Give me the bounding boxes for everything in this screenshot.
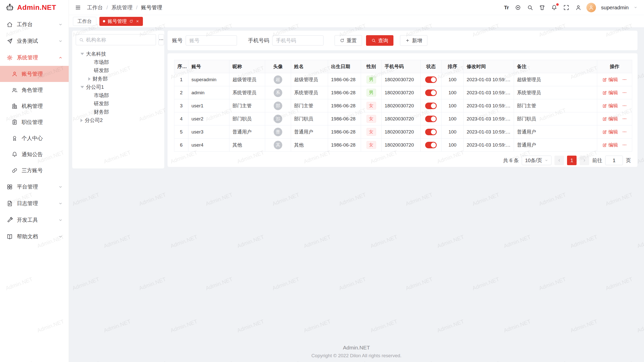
close-icon[interactable] xyxy=(136,19,139,23)
status-toggle[interactable] xyxy=(425,129,437,135)
prev-page-button[interactable] xyxy=(554,156,564,165)
breadcrumb-item[interactable]: 账号管理 xyxy=(141,4,162,11)
sidebar-item-business-test[interactable]: 业务测试 xyxy=(0,33,69,49)
goto-page-input[interactable] xyxy=(605,156,623,165)
row-more-button[interactable] xyxy=(622,129,627,134)
edit-button[interactable]: 编辑 xyxy=(602,76,618,83)
search-button[interactable]: 查询 xyxy=(366,35,393,46)
tab-active[interactable]: 账号管理 xyxy=(99,17,143,26)
page-1-button[interactable]: 1 xyxy=(567,156,577,165)
edit-button[interactable]: 编辑 xyxy=(602,103,618,109)
table-row: 2admin系统管理员系系统管理员1986-06-28男180200307201… xyxy=(174,86,632,99)
menu-label: 三方账号 xyxy=(22,167,43,174)
tree-node-label: 市场部 xyxy=(94,59,109,66)
sidebar-item-position[interactable]: 职位管理 xyxy=(0,114,69,130)
status-toggle[interactable] xyxy=(425,76,437,83)
breadcrumb-item[interactable]: 系统管理 xyxy=(111,4,133,11)
refresh-icon[interactable] xyxy=(129,19,133,23)
edit-button[interactable]: 编辑 xyxy=(602,116,618,122)
sidebar-item-logs[interactable]: 日志管理 xyxy=(0,195,69,212)
cell-nickname: 部门职员 xyxy=(229,112,265,125)
total-count: 共 6 条 xyxy=(503,157,519,164)
status-toggle[interactable] xyxy=(425,103,437,109)
book-icon xyxy=(7,234,13,240)
gender-tag: 男 xyxy=(367,76,376,83)
search-icon[interactable] xyxy=(527,5,533,11)
tree-node[interactable]: 研发部 xyxy=(76,100,161,108)
row-avatar: 其 xyxy=(274,141,282,149)
edit-button[interactable]: 编辑 xyxy=(602,89,618,96)
status-toggle[interactable] xyxy=(425,89,437,96)
sidebar-menu: 工作台业务测试系统管理账号管理角色管理机构管理职位管理个人中心通知公告三方账号平… xyxy=(0,15,69,245)
account-input[interactable] xyxy=(186,35,237,46)
tab-label: 账号管理 xyxy=(108,18,127,25)
tree-caret-down-icon[interactable] xyxy=(80,53,84,55)
edit-button[interactable]: 编辑 xyxy=(602,142,618,148)
table-row: 6user4其他其其他1986-06-28女180200307201002023… xyxy=(174,139,632,152)
tree-node[interactable]: 研发部 xyxy=(76,66,161,75)
tree-node[interactable]: 财务部 xyxy=(76,75,161,83)
sidebar-item-platform[interactable]: 平台管理 xyxy=(0,178,69,195)
search-icon xyxy=(79,37,84,42)
cell-account: user1 xyxy=(188,99,229,112)
menu-collapse-icon[interactable] xyxy=(75,5,81,11)
tab-inactive[interactable]: 工作台 xyxy=(73,17,96,26)
sidebar-item-third-account[interactable]: 三方账号 xyxy=(0,162,69,178)
tree-node[interactable]: 财务部 xyxy=(76,108,161,116)
sidebar-item-profile-center[interactable]: 个人中心 xyxy=(0,130,69,146)
tree-node[interactable]: 分公司2 xyxy=(76,116,161,124)
reset-button[interactable]: 重置 xyxy=(335,35,362,46)
row-more-button[interactable] xyxy=(622,103,627,108)
notification-badge-wrap[interactable] xyxy=(551,5,557,11)
theme-icon[interactable] xyxy=(539,5,545,11)
edit-icon xyxy=(602,117,607,121)
sidebar-item-notice[interactable]: 通知公告 xyxy=(0,146,69,162)
sidebar-item-system[interactable]: 系统管理 xyxy=(0,49,69,66)
sidebar-item-account[interactable]: 账号管理 xyxy=(0,66,69,82)
row-more-button[interactable] xyxy=(622,143,627,147)
user-menu-chevron-down-icon[interactable] xyxy=(634,6,637,9)
tree-node[interactable]: 市场部 xyxy=(76,91,161,100)
table-row: 4user2部门职员部部门职员1986-06-28女18020030720100… xyxy=(174,112,632,125)
next-page-button[interactable] xyxy=(580,156,589,165)
row-more-button[interactable] xyxy=(622,77,627,82)
org-tree-panel: 大名科技市场部研发部财务部分公司1市场部研发部财务部分公司2 xyxy=(72,31,164,168)
sidebar-item-help[interactable]: 帮助文档 xyxy=(0,228,69,245)
tree-caret-right-icon[interactable] xyxy=(88,77,91,81)
cell-no: 5 xyxy=(174,125,188,139)
row-more-button[interactable] xyxy=(622,116,627,121)
edit-button[interactable]: 编辑 xyxy=(602,129,618,135)
aim-icon[interactable] xyxy=(515,5,521,11)
cell-gender: 男 xyxy=(361,86,382,99)
tree-node[interactable]: 大名科技 xyxy=(76,50,161,58)
tree-caret-right-icon[interactable] xyxy=(80,119,83,122)
profile-icon[interactable] xyxy=(575,5,581,11)
tree-more-button[interactable] xyxy=(158,34,164,45)
cell-no: 4 xyxy=(174,112,188,125)
font-size-icon[interactable]: Tr xyxy=(504,5,509,10)
fullscreen-icon[interactable] xyxy=(563,5,569,11)
cell-nickname: 普通用户 xyxy=(229,125,265,139)
org-search-input[interactable] xyxy=(86,37,153,43)
status-toggle[interactable] xyxy=(425,142,437,148)
app-logo[interactable]: Admin.NET xyxy=(0,0,69,15)
tree-node[interactable]: 市场部 xyxy=(76,58,161,66)
cell-avatar: 普 xyxy=(265,125,291,139)
sidebar-item-workbench[interactable]: 工作台 xyxy=(0,16,69,33)
sidebar-item-org[interactable]: 机构管理 xyxy=(0,98,69,114)
row-more-button[interactable] xyxy=(622,90,627,95)
add-button[interactable]: 新增 xyxy=(400,35,427,46)
username[interactable]: superadmin xyxy=(601,5,629,11)
sidebar-item-devtools[interactable]: 开发工具 xyxy=(0,212,69,228)
tree-caret-down-icon[interactable] xyxy=(80,86,84,88)
breadcrumb-item[interactable]: 工作台 xyxy=(87,4,103,11)
status-toggle[interactable] xyxy=(425,116,437,122)
cell-time: 2023-01-03 10:59:44 xyxy=(464,139,514,152)
phone-input[interactable] xyxy=(272,35,324,46)
cell-phone: 18020030720 xyxy=(382,125,421,139)
tabs-bar: 工作台账号管理 xyxy=(69,15,644,28)
page-size-select[interactable]: 10条/页 xyxy=(522,156,551,165)
user-avatar[interactable] xyxy=(586,3,596,12)
tree-node[interactable]: 分公司1 xyxy=(76,83,161,91)
sidebar-item-role[interactable]: 角色管理 xyxy=(0,82,69,98)
